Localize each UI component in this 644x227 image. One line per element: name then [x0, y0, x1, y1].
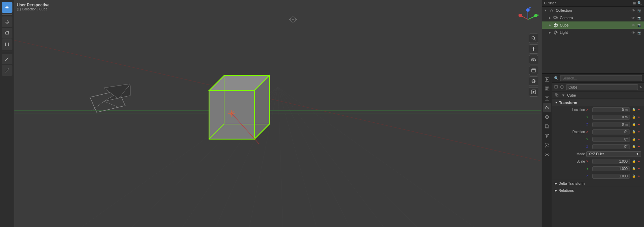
cube-visibility-icon[interactable]: 👁 — [631, 22, 636, 28]
outliner-light-actions: 👁 📷 — [631, 30, 642, 35]
svg-point-64 — [293, 16, 294, 17]
camera-view-button[interactable] — [529, 55, 538, 64]
object-name-input[interactable] — [566, 84, 638, 90]
cube-render-icon[interactable]: 📷 — [637, 22, 642, 28]
svg-point-103 — [546, 97, 548, 99]
svg-rect-100 — [546, 88, 548, 88]
rotation-z-dot[interactable]: ● — [637, 144, 641, 149]
camera-render-icon[interactable]: 📷 — [637, 15, 642, 20]
outliner-collection-actions: 👁 📷 — [631, 8, 642, 13]
viewport-3d[interactable]: User Perspective (1) Collection | Cube — [14, 0, 542, 227]
scale-x-dot[interactable]: ● — [637, 159, 641, 164]
scale-y-dot[interactable]: ● — [637, 166, 641, 171]
outliner-light-item[interactable]: ▶ Light 👁 📷 — [542, 29, 644, 36]
scale-tool-button[interactable] — [2, 39, 12, 50]
location-z-lock[interactable]: 🔒 — [631, 122, 636, 127]
rotation-z-lock[interactable]: 🔒 — [631, 144, 636, 149]
properties-sidebar — [542, 74, 552, 227]
rotation-x-lock[interactable]: 🔒 — [631, 129, 636, 134]
rotation-y-dot[interactable]: ● — [637, 137, 641, 141]
relations-label: Relations — [558, 188, 574, 192]
svg-line-11 — [278, 87, 350, 227]
props-constraints-icon[interactable] — [543, 150, 551, 159]
svg-point-65 — [296, 19, 297, 20]
relations-section[interactable]: ▶ Relations — [552, 187, 644, 194]
light-expand-arrow[interactable]: ▶ — [549, 31, 551, 34]
transform-label: Transform — [559, 101, 577, 105]
rotation-mode-dropdown[interactable]: XYZ Euler ▼ — [586, 151, 641, 157]
scale-x-lock[interactable]: 🔒 — [631, 159, 636, 164]
outliner-collection-item[interactable]: ▼ ⬡ Collection 👁 📷 — [542, 7, 644, 14]
outliner-cube-actions: 👁 📷 — [631, 22, 642, 28]
rotation-z-input[interactable]: 0° — [592, 144, 630, 149]
cube-expand-arrow[interactable]: ▶ — [549, 23, 551, 27]
rotation-x-dot[interactable]: ● — [637, 129, 641, 134]
delta-transform-arrow: ▶ — [555, 182, 557, 185]
location-z-input[interactable]: 0 m — [592, 122, 630, 127]
rotation-y-input[interactable]: 0° — [592, 137, 630, 142]
zoom-to-fit-button[interactable] — [529, 34, 538, 43]
cursor-tool-button[interactable]: ⊕ — [2, 2, 12, 13]
object-name-edit-icon[interactable]: ✎ — [639, 86, 642, 89]
rotation-x-row: Rotation X 0° 🔒 ● — [552, 128, 644, 135]
measure-tool-button[interactable] — [2, 65, 12, 76]
location-x-input[interactable]: 0 m — [592, 107, 630, 112]
svg-marker-82 — [533, 91, 535, 93]
rotation-x-input[interactable]: 0° — [592, 129, 630, 134]
properties-panel: 🔍 ✎ ▼ Cube — [542, 74, 644, 227]
svg-line-14 — [278, 87, 474, 227]
props-render-icon[interactable] — [543, 75, 551, 84]
outliner-search-icon[interactable]: 🔍 — [637, 1, 642, 5]
outliner-filter-icon[interactable]: ⊞ — [633, 1, 636, 5]
scale-z-lock[interactable]: 🔒 — [631, 174, 636, 178]
scale-z-input[interactable]: 1.000 — [592, 174, 630, 179]
location-x-lock[interactable]: 🔒 — [631, 107, 636, 112]
delta-transform-section[interactable]: ▶ Delta Transform — [552, 180, 644, 187]
props-object-icon[interactable] — [543, 122, 551, 131]
props-modifier-icon[interactable] — [543, 131, 551, 140]
outliner-camera-item[interactable]: ▶ Camera 👁 📷 — [542, 14, 644, 21]
scale-y-lock[interactable]: 🔒 — [631, 166, 636, 171]
scale-y-row: Y 1.000 🔒 ● — [552, 165, 644, 172]
props-world-icon[interactable] — [543, 113, 551, 121]
transform-collapse-arrow: ▼ — [555, 101, 558, 104]
props-view-icon[interactable] — [543, 94, 551, 103]
rotate-tool-button[interactable] — [2, 28, 12, 39]
scale-y-input[interactable]: 1.000 — [592, 166, 630, 171]
scale-x-input[interactable]: 1.000 — [592, 159, 630, 164]
properties-search-input[interactable] — [560, 75, 642, 81]
location-y-dot[interactable]: ● — [637, 115, 641, 119]
cube-label: Cube — [560, 23, 629, 27]
location-y-row: Y 0 m 🔒 ● — [552, 113, 644, 121]
location-y-input[interactable]: 0 m — [592, 115, 630, 120]
light-visibility-icon[interactable]: 👁 — [631, 30, 636, 35]
transform-section-header[interactable]: ▼ Transform — [552, 99, 644, 106]
props-particles-icon[interactable] — [543, 141, 551, 150]
location-x-dot[interactable]: ● — [637, 107, 641, 112]
scale-z-dot[interactable]: ● — [637, 174, 641, 178]
world-button[interactable] — [529, 76, 538, 86]
move-tool-button[interactable] — [2, 16, 12, 27]
outliner-cube-item[interactable]: ▶ Cube 👁 📷 — [542, 21, 644, 29]
right-panel: Outliner ⊞ 🔍 ▼ ⬡ Collection 👁 📷 ▶ Camera — [542, 0, 644, 227]
location-z-dot[interactable]: ● — [637, 122, 641, 127]
collection-expand-arrow[interactable]: ▼ — [544, 9, 547, 12]
rotation-y-lock[interactable]: 🔒 — [631, 137, 636, 141]
annotate-tool-button[interactable] — [2, 54, 12, 64]
props-scene-icon[interactable] — [543, 103, 551, 112]
collection-render-icon[interactable]: 📷 — [637, 8, 642, 13]
render-button[interactable] — [529, 87, 538, 97]
location-y-lock[interactable]: 🔒 — [631, 115, 636, 119]
camera-expand-arrow[interactable]: ▶ — [549, 16, 551, 19]
collection-icon: ⬡ — [549, 8, 554, 13]
svg-rect-102 — [545, 96, 549, 100]
collection-visibility-icon[interactable]: 👁 — [631, 8, 636, 13]
svg-rect-101 — [546, 89, 547, 90]
scale-x-row: Scale X 1.000 🔒 ● — [552, 158, 644, 165]
light-render-icon[interactable]: 📷 — [637, 30, 642, 35]
movie-clip-button[interactable] — [529, 66, 538, 75]
svg-marker-98 — [546, 78, 548, 80]
pan-view-button[interactable] — [529, 44, 538, 54]
camera-visibility-icon[interactable]: 👁 — [631, 15, 636, 20]
props-output-icon[interactable] — [543, 84, 551, 93]
